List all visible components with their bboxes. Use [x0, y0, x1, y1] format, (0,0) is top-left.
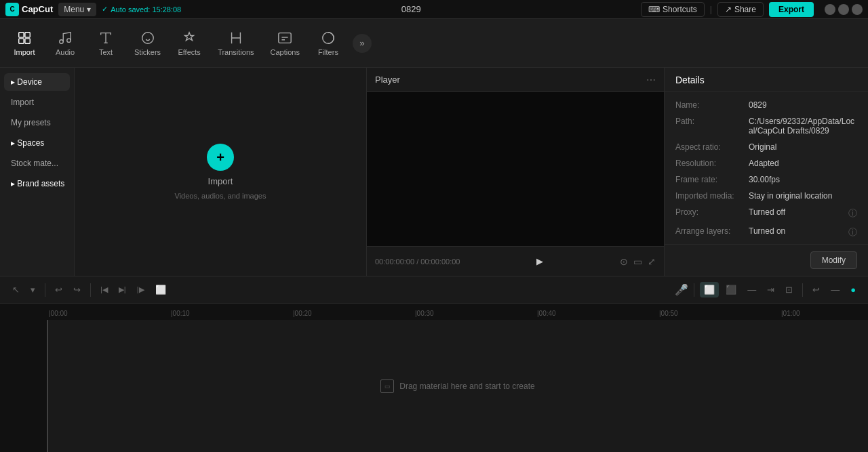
close-button[interactable] — [852, 4, 863, 15]
arrange-layers-info-icon: ⓘ — [848, 226, 857, 239]
modify-button[interactable]: Modify — [810, 251, 857, 269]
undo-button[interactable]: ↩ — [51, 282, 66, 297]
svg-rect-0 — [19, 32, 24, 37]
toolbar-item-filters[interactable]: Filters — [309, 26, 347, 60]
toolbar-separator-1 — [45, 283, 45, 297]
timeline-drop-zone[interactable]: ▭ Drag material here and start to create — [47, 320, 868, 452]
split-left-button[interactable]: |◀ — [96, 283, 112, 297]
player-title: Player — [375, 75, 400, 85]
audio-track-button[interactable]: ⬛ — [722, 282, 741, 297]
svg-point-5 — [67, 38, 71, 41]
svg-rect-3 — [25, 38, 30, 43]
split-track-button[interactable]: ⇥ — [763, 282, 778, 297]
video-track-button[interactable]: ⬜ — [700, 282, 719, 297]
content-area: + Import Videos, audios, and images — [75, 68, 366, 276]
detail-label-arrange-layers: Arrange layers: — [675, 226, 743, 239]
top-bar-left: C CapCut Menu ▾ ✓ Auto saved: 15:28:08 — [5, 3, 181, 16]
sidebar-item-device[interactable]: ▸ Device — [4, 73, 70, 91]
sidebar: ▸ Device Import My presets ▸ Spaces Stoc… — [0, 68, 75, 276]
sidebar-item-my-presets[interactable]: My presets — [4, 114, 70, 131]
zoom-dot[interactable]: ● — [846, 282, 860, 297]
toolbar-item-captions[interactable]: Captions — [264, 26, 307, 60]
play-button[interactable]: ▶ — [530, 252, 549, 271]
toolbar-item-audio[interactable]: Audio — [46, 26, 84, 60]
timeline-ruler: |00:00 |00:10 |00:20 |00:30 |00:40 |00:5… — [0, 304, 868, 320]
zoom-slider[interactable]: — — [827, 282, 844, 297]
detail-label-proxy: Proxy: — [675, 207, 743, 220]
player-panel: Player ⋯ 00:00:00:00 / 00:00:00:00 ▶ ⊙ ▭… — [366, 68, 665, 276]
redo-button[interactable]: ↪ — [69, 282, 85, 297]
maximize-button[interactable] — [838, 4, 849, 15]
svg-rect-1 — [25, 32, 30, 37]
proxy-info-icon: ⓘ — [848, 207, 857, 220]
undo-timeline-button[interactable]: ↩ — [808, 282, 824, 297]
split-right-button[interactable]: ▶| — [115, 283, 130, 297]
shortcuts-button[interactable]: ⌨ Shortcuts — [641, 2, 705, 17]
main-area: ▸ Device Import My presets ▸ Spaces Stoc… — [0, 68, 868, 276]
fullscreen-button[interactable]: ⤢ — [648, 256, 656, 267]
drag-label: Drag material here and start to create — [399, 382, 534, 391]
detail-label-framerate: Frame rate: — [675, 175, 743, 184]
top-bar: C CapCut Menu ▾ ✓ Auto saved: 15:28:08 0… — [0, 0, 868, 19]
detail-value-imported-media: Stay in original location — [749, 191, 832, 201]
timeline-track-numbers — [0, 320, 47, 452]
toolbar-separator-4 — [802, 283, 803, 297]
detail-value-name: 0829 — [749, 100, 767, 110]
menu-button[interactable]: Menu ▾ — [58, 3, 96, 16]
details-body: Name: 0829 Path: C:/Users/92332/AppData/… — [665, 92, 868, 244]
sidebar-item-import[interactable]: Import — [4, 94, 70, 111]
window-controls — [825, 4, 863, 15]
detail-row-resolution: Resolution: Adapted — [675, 159, 857, 168]
details-header: Details — [665, 68, 868, 92]
timeline-body: ▭ Drag material here and start to create — [0, 320, 868, 452]
detail-row-framerate: Frame rate: 30.00fps — [675, 175, 857, 184]
playhead — [47, 320, 48, 452]
share-button[interactable]: ↗ Share — [717, 2, 764, 17]
toolbar: Import Audio Text Stickers Effects — [0, 19, 868, 68]
details-panel: Details Name: 0829 Path: C:/Users/92332/… — [665, 68, 868, 276]
sidebar-item-brand-assets[interactable]: ▸ Brand assets — [4, 175, 70, 192]
svg-point-6 — [142, 32, 153, 43]
detail-label-imported-media: Imported media: — [675, 191, 743, 201]
detail-value-framerate: 30.00fps — [749, 175, 780, 184]
ruler-mark-0: |00:00 — [49, 310, 171, 317]
minimize-button[interactable] — [825, 4, 835, 15]
link-button[interactable]: — — [743, 282, 760, 297]
detail-label-path: Path: — [675, 117, 743, 136]
microphone-button[interactable]: 🎤 — [675, 283, 688, 296]
split-button[interactable]: |▶ — [133, 283, 149, 297]
delete-clip-button[interactable]: ⬜ — [151, 282, 170, 297]
detail-value-aspect: Original — [749, 142, 776, 152]
app-logo: C CapCut — [5, 3, 53, 16]
detail-label-resolution: Resolution: — [675, 159, 743, 168]
select-dropdown-button[interactable]: ▾ — [26, 282, 39, 297]
detail-row-imported-media: Imported media: Stay in original locatio… — [675, 191, 857, 201]
select-tool-button[interactable]: ↖ — [8, 282, 24, 297]
toolbar-item-stickers[interactable]: Stickers — [127, 26, 167, 60]
toolbar-item-effects[interactable]: Effects — [170, 26, 208, 60]
ruler-mark-20: |00:20 — [293, 310, 415, 317]
toolbar-item-import[interactable]: Import — [5, 26, 43, 60]
toolbar-separator-3 — [694, 283, 694, 297]
export-button[interactable]: Export — [769, 2, 814, 17]
detail-row-proxy: Proxy: Turned off ⓘ — [675, 207, 857, 220]
import-sub-label: Videos, audios, and images — [175, 192, 267, 200]
player-icons: ⊙ ▭ ⤢ — [620, 256, 656, 267]
toolbar-item-text[interactable]: Text — [87, 26, 125, 60]
toolbar-item-transitions[interactable]: Transitions — [211, 26, 260, 60]
svg-rect-2 — [19, 38, 24, 43]
sidebar-item-stock[interactable]: Stock mate... — [4, 155, 70, 172]
import-drop-zone[interactable]: + Import Videos, audios, and images — [175, 144, 267, 200]
snapshot-button[interactable]: ⊡ — [781, 282, 797, 297]
player-time-current: 00:00:00:00 — [375, 258, 414, 266]
player-body — [367, 92, 664, 246]
toolbar-more-button[interactable]: » — [353, 34, 372, 53]
player-menu-button[interactable]: ⋯ — [646, 75, 656, 85]
ruler-mark-60: |01:00 — [781, 310, 868, 317]
detail-row-name: Name: 0829 — [675, 100, 857, 110]
sidebar-item-spaces[interactable]: ▸ Spaces — [4, 134, 70, 152]
detail-value-path: C:/Users/92332/AppData/Local/CapCut Draf… — [749, 117, 857, 136]
toolbar-separator-2 — [90, 283, 91, 297]
aspect-ratio-button[interactable]: ▭ — [633, 256, 642, 267]
camera-settings-button[interactable]: ⊙ — [620, 256, 628, 267]
